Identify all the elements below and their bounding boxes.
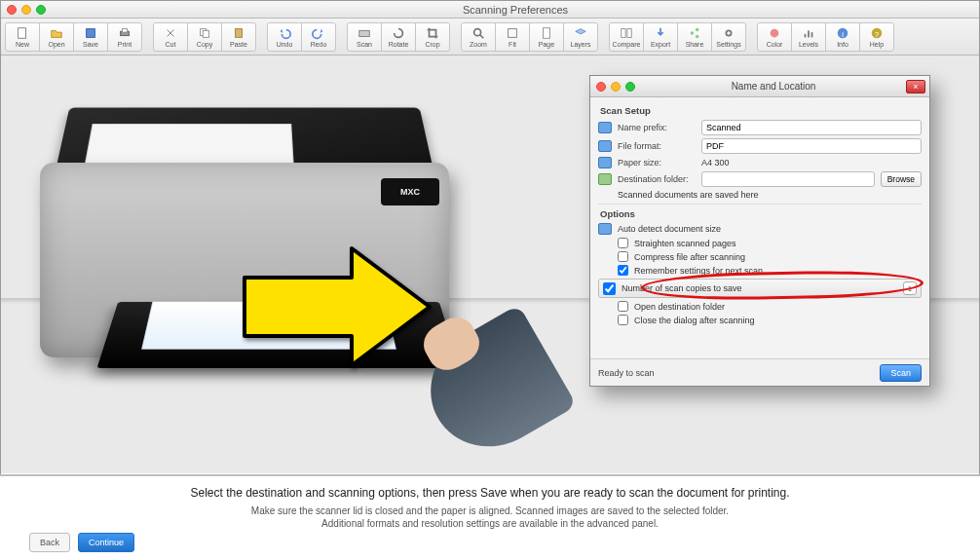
tool-compare-button[interactable]: Compare [609,22,644,52]
tool-share-button[interactable]: Share [677,22,712,52]
svg-point-16 [726,30,731,35]
dialog-section-setup: Scan Setup [600,105,922,116]
tool-color-button[interactable]: Color [757,22,792,52]
size-icon [598,157,612,168]
svg-point-13 [691,31,695,35]
tool-save-button[interactable]: Save [73,22,108,52]
tool-open-button[interactable]: Open [39,22,74,52]
opt-openfolder-checkbox[interactable] [618,301,628,312]
caption-line-1: Make sure the scanner lid is closed and … [29,505,951,516]
window-title-bar: Scanning Preferences [1,1,979,19]
dialog-close-icon[interactable] [596,82,606,92]
dialog-minimize-icon[interactable] [611,82,621,92]
prefix-input[interactable] [701,120,922,135]
opt-straighten: Straighten scanned pages [634,239,922,248]
window-title: Scanning Preferences [52,4,979,16]
svg-point-15 [696,34,699,38]
format-icon [598,140,612,152]
svg-rect-5 [203,30,208,37]
doc-icon [598,122,612,133]
browse-button[interactable]: Browse [881,171,922,187]
tool-copy-button[interactable]: Copy [187,22,222,52]
caption-line-2: Additional formats and resolution settin… [29,518,951,529]
close-icon[interactable] [7,5,17,15]
opt-icon [598,223,612,235]
tool-scan-button[interactable]: Scan [347,22,382,52]
svg-point-17 [771,28,779,37]
dialog-title: Name and Location [641,81,906,92]
arrow-annotation-icon [235,239,439,375]
tool-export-button[interactable]: Export [643,22,678,52]
tutorial-caption: Select the destination and scanning opti… [0,474,980,560]
location-input[interactable] [701,171,875,187]
tool-cut-button[interactable]: Cut [153,22,188,52]
opt-straighten-checkbox[interactable] [618,238,628,248]
maximize-icon[interactable] [36,5,46,15]
svg-text:?: ? [875,29,880,38]
opt-compress: Compress file after scanning [634,252,922,262]
opt-autodetect: Auto detect document size [618,224,922,234]
svg-rect-1 [87,28,95,37]
scan-settings-dialog: Name and Location × Scan Setup Name pref… [589,75,930,387]
tool-fit-button[interactable]: Fit [495,22,530,52]
svg-point-8 [474,28,481,35]
opt-copies-label: Number of scan copies to save [622,283,897,293]
svg-rect-18 [805,33,807,37]
tool-new-button[interactable]: New [5,22,40,52]
svg-rect-11 [622,28,625,37]
tool-undo-button[interactable]: Undo [267,22,302,52]
tool-levels-button[interactable]: Levels [791,22,826,52]
svg-rect-10 [544,27,550,38]
opt-closedlg-checkbox[interactable] [618,315,628,325]
svg-rect-0 [19,27,26,38]
folder-icon [598,173,612,185]
highlighted-option-row[interactable]: Number of scan copies to save 1 [598,279,922,298]
scanner-brand-label: MXC [381,178,439,205]
tool-settings-button[interactable]: Settings [711,22,746,52]
scan-button[interactable]: Scan [880,364,922,382]
svg-rect-3 [122,28,127,32]
tool-redo-button[interactable]: Redo [301,22,336,52]
dialog-section-options: Options [600,208,922,219]
tool-print-button[interactable]: Print [107,22,142,52]
tool-page-button[interactable]: Page [529,22,564,52]
tool-help-button[interactable]: ?Help [859,22,894,52]
tool-layers-button[interactable]: Layers [563,22,598,52]
tool-paste-button[interactable]: Paste [221,22,256,52]
continue-button[interactable]: Continue [78,533,134,552]
tool-info-button[interactable]: iInfo [825,22,860,52]
dialog-title-bar[interactable]: Name and Location × [590,76,929,97]
svg-point-14 [696,27,699,31]
tool-zoom-button[interactable]: Zoom [461,22,496,52]
svg-rect-19 [808,30,810,37]
opt-remember-checkbox[interactable] [618,265,628,276]
back-button[interactable]: Back [29,533,70,552]
main-content: MXC Name and Location × Scan Setup Name … [1,56,979,473]
tool-rotate-button[interactable]: Rotate [381,22,416,52]
main-toolbar: New Open Save Print Cut Copy Paste Undo … [1,19,979,56]
copies-stepper[interactable]: 1 [903,281,917,295]
dialog-maximize-icon[interactable] [625,82,635,92]
prefix-label: Name prefix: [618,123,696,132]
opt-compress-checkbox[interactable] [618,251,628,262]
minimize-icon[interactable] [21,5,31,15]
svg-text:i: i [842,29,844,38]
svg-rect-20 [811,32,813,37]
svg-rect-9 [509,28,517,37]
svg-rect-7 [359,30,370,36]
location-label: Destination folder: [618,174,696,184]
svg-rect-6 [236,28,243,37]
format-input[interactable] [701,138,922,154]
size-label: Paper size: [618,158,696,168]
location-summary: Scanned documents are saved here [618,190,922,200]
caption-heading: Select the destination and scanning opti… [29,486,951,500]
format-label: File format: [618,141,696,151]
svg-rect-12 [627,28,631,37]
window-controls [1,5,52,15]
dialog-status: Ready to scan [598,368,655,378]
dialog-x-button[interactable]: × [906,80,925,93]
tool-crop-button[interactable]: Crop [415,22,450,52]
opt-remember: Remember settings for next scan [634,266,922,276]
opt-copies-checkbox[interactable] [603,282,616,295]
opt-openfolder: Open destination folder [634,302,922,312]
